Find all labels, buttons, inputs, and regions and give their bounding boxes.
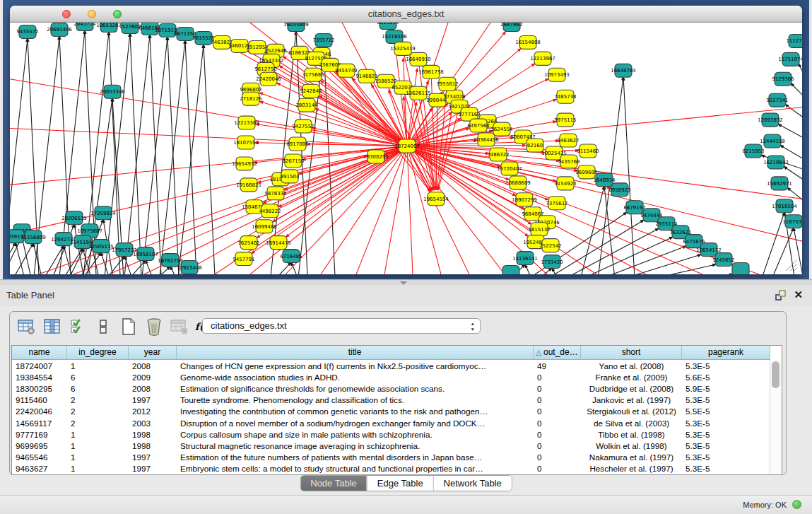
table-settings-icon[interactable] (17, 317, 36, 336)
table-row[interactable]: 969969511998Structural magnetic resonanc… (12, 440, 770, 451)
new-table-icon[interactable] (119, 317, 138, 336)
black-edge (296, 31, 308, 274)
float-panel-icon[interactable] (775, 290, 787, 300)
graph-node-label: 15218506 (382, 34, 407, 40)
graph-node-label: 5734028 (443, 94, 465, 100)
graph-node-label: 22420046 (256, 76, 281, 82)
resize-grip-icon[interactable] (794, 268, 797, 271)
tab-node-table[interactable]: Node Table (300, 476, 367, 491)
table-row[interactable]: 1456911722003Disruption of a novel membe… (12, 417, 770, 428)
graph-node-label: 16154808 (515, 40, 541, 45)
graph-node-label: 18907299 (512, 197, 537, 203)
close-panel-icon[interactable]: ✕ (794, 288, 803, 301)
table-row[interactable]: 946554611997Estimation of the future num… (12, 452, 770, 463)
table-row[interactable]: 1938455462009Genome-wide association stu… (12, 371, 770, 382)
table-cell: 1997 (129, 452, 177, 462)
black-edge (758, 212, 784, 274)
table-row[interactable]: 946362711997Embryonic stem cells: a mode… (12, 463, 770, 474)
network-canvas[interactable]: 9435572206914062043714106532871527602646… (10, 23, 802, 274)
table-cell: Embryonic stem cells: a model to study s… (177, 464, 534, 473)
row-height-icon[interactable] (93, 317, 112, 336)
graph-node-label: 7486322 (487, 152, 509, 158)
table-cell: 1997 (129, 464, 177, 473)
table-selector-dropdown[interactable]: citations_edges.txt ▲▼ (202, 318, 481, 334)
network-window: citations_edges.txt 94355722069140620437… (10, 6, 802, 274)
graph-node-label: 9427552 (292, 124, 314, 129)
scrollbar-thumb[interactable] (772, 361, 779, 388)
delete-table-icon[interactable] (144, 317, 163, 336)
table-cell: 1 (67, 430, 129, 439)
red-edge (384, 146, 407, 274)
table-header-row: namein_degreeyeartitle△out_de…shortpager… (12, 346, 782, 360)
graph-node-label: 2718126 (240, 96, 261, 102)
column-header-short[interactable]: short (581, 346, 682, 360)
table-cell: 14569117 (12, 419, 67, 428)
column-header-name[interactable]: name (12, 346, 67, 360)
table-cell: 5.3E-5 (682, 430, 770, 439)
table-row[interactable]: 977716911998Corpus callosum shape and si… (12, 428, 770, 440)
table-cell: 0 (534, 452, 581, 462)
table-scrollbar[interactable] (770, 360, 782, 474)
tab-edge-table[interactable]: Edge Table (367, 476, 433, 491)
table-panel-body: f(x) citations_edges.txt ▲▼ namein_degre… (9, 311, 787, 475)
graph-node-label: 2522542 (539, 243, 561, 249)
column-header-out_de[interactable]: △out_de… (534, 346, 581, 360)
table-cell: 5.9E-5 (682, 384, 770, 393)
table-cell: Genome-wide association studies in ADHD. (177, 373, 534, 382)
graph-node-label: 1167533 (782, 219, 802, 225)
table-cell: Yano et al. (2008) (581, 361, 682, 370)
table-cell: Investigating the contribution of common… (177, 407, 534, 416)
table-cell: 0 (534, 407, 581, 416)
table-cell: Nakamura et al. (1997) (581, 452, 682, 462)
show-columns-icon[interactable] (42, 317, 61, 336)
column-header-year[interactable]: year (129, 346, 177, 360)
table-cell: Dudbridge et al. (2008) (581, 384, 682, 393)
red-edge (259, 93, 407, 146)
graph-node-label: 15751074 (778, 57, 802, 62)
table-cell: 18724007 (12, 361, 67, 370)
window-titlebar[interactable]: citations_edges.txt (10, 6, 802, 23)
table-row[interactable]: 2242004622012Investigating the contribut… (12, 406, 770, 417)
tab-network-table[interactable]: Network Table (433, 476, 512, 491)
table-cell: 5.5E-5 (682, 407, 770, 416)
black-edge (10, 243, 33, 274)
memory-ok-led-icon (792, 500, 801, 509)
graph-node-label: 9115460 (577, 148, 599, 154)
table-cell: 0 (534, 441, 581, 450)
table-cell: 1997 (129, 395, 177, 404)
table-cell: 0 (534, 464, 581, 473)
graph-node-label: 6879197 (623, 205, 645, 211)
graph-node-label: 12444158 (760, 139, 785, 144)
black-edge (103, 33, 130, 274)
black-edge (150, 35, 162, 274)
graph-node-label: 20364456 (473, 137, 499, 143)
table-row[interactable]: 1830029562008Estimation of significance … (12, 382, 770, 394)
graph-node[interactable] (502, 266, 519, 274)
table-cell: Estimation of significance thresholds fo… (177, 384, 534, 393)
black-edge (167, 37, 180, 274)
window-title: citations_edges.txt (10, 8, 802, 19)
table-cell: 2 (67, 395, 129, 404)
black-edge (158, 40, 185, 274)
table-cell: 0 (534, 419, 581, 428)
sort-ascending-icon: △ (536, 349, 543, 356)
column-header-in_degree[interactable]: in_degree (67, 346, 129, 360)
table-cell: 1 (67, 441, 129, 450)
column-header-title[interactable]: title (177, 346, 534, 360)
graph-node[interactable] (732, 263, 749, 274)
graph-node-label: 11156809 (20, 235, 46, 240)
table-rows: 1872400712008Changes of HCN gene express… (12, 360, 770, 474)
graph-node-label: 9975115 (554, 117, 576, 123)
column-header-pagerank[interactable]: pagerank (682, 346, 770, 360)
graph-node-label: 2687862 (500, 23, 522, 28)
table-cell: 2008 (129, 384, 177, 393)
graph-node-label: 5878334 (264, 191, 287, 197)
select-rows-icon[interactable] (68, 317, 87, 336)
table-row[interactable]: 911546021997Tourette syndrome. Phenomeno… (12, 395, 770, 406)
table-cell: Hescheler et al. (1997) (581, 464, 682, 473)
graph-node-label: 1527602 (119, 24, 141, 30)
table-row[interactable]: 1872400712008Changes of HCN gene express… (12, 360, 770, 371)
graph-node-label: 9129366 (772, 76, 794, 82)
graph-node-label: 12213967 (530, 56, 555, 62)
graph-node-label: 8958923 (608, 187, 630, 193)
